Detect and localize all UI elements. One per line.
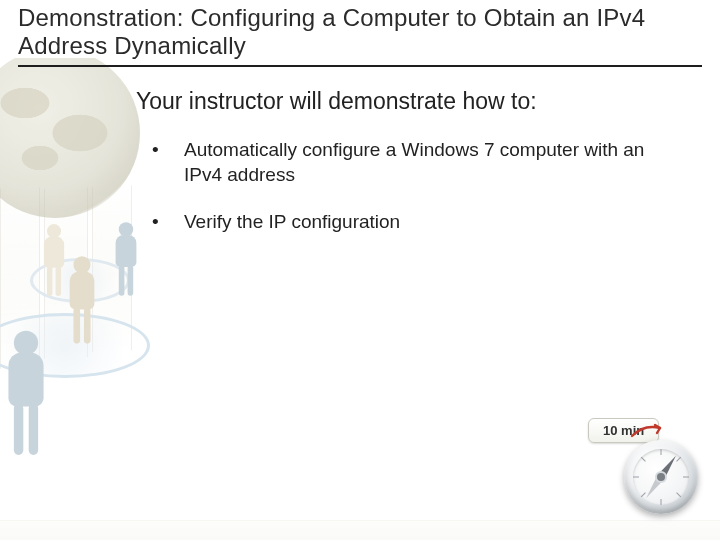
bullet-list: Automatically configure a Windows 7 comp…: [136, 137, 680, 234]
list-item: Verify the IP configuration: [146, 209, 680, 234]
ring-deco: [0, 313, 150, 378]
content-area: Your instructor will demonstrate how to:…: [136, 88, 680, 256]
slide: Demonstration: Configuring a Computer to…: [0, 0, 720, 540]
person-icon: [2, 331, 51, 455]
footer-bar: [0, 520, 720, 540]
slide-title: Demonstration: Configuring a Computer to…: [18, 4, 702, 61]
timer-widget: 10 min: [588, 418, 698, 514]
person-icon: [40, 224, 68, 296]
list-item: Automatically configure a Windows 7 comp…: [146, 137, 680, 187]
globe-icon: [0, 58, 140, 218]
intro-text: Your instructor will demonstrate how to:: [136, 88, 680, 115]
ring-deco: [30, 258, 130, 303]
person-icon: [65, 256, 99, 343]
arrow-icon: [630, 422, 664, 440]
title-area: Demonstration: Configuring a Computer to…: [18, 4, 702, 67]
panel-deco: [44, 187, 88, 359]
panel-deco: [92, 185, 132, 351]
panel-deco: [0, 187, 40, 368]
compass-icon: [624, 440, 698, 514]
